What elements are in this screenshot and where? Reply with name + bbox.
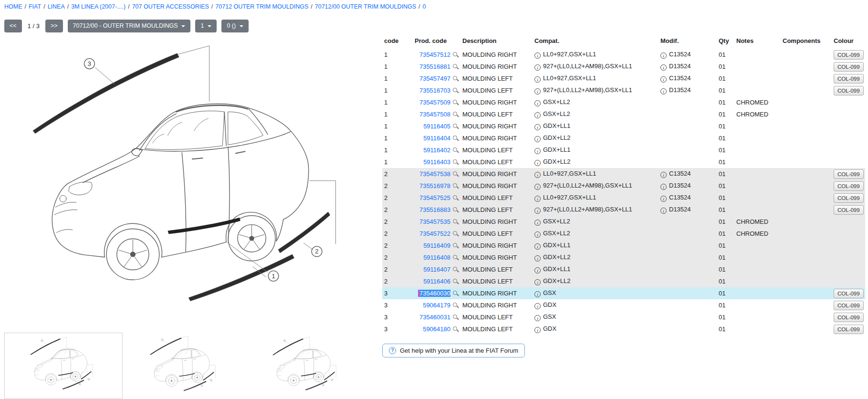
info-icon[interactable]: i (534, 124, 541, 130)
colour-button[interactable]: COL-099 (834, 86, 864, 95)
prod-code-link[interactable]: 735457512 (419, 51, 450, 58)
prod-code-link[interactable]: 59116408 (423, 254, 450, 261)
table-row[interactable]: 1735457508MOULDING LEFTiGSX+LL201CHROMED (382, 108, 865, 120)
prod-code-link[interactable]: 735457522 (419, 230, 450, 237)
info-icon[interactable]: i (534, 243, 541, 250)
search-icon[interactable] (452, 135, 459, 141)
info-icon[interactable]: i (534, 196, 541, 202)
info-icon[interactable]: i (534, 208, 541, 214)
table-row[interactable]: 1735516703MOULDING LEFTi927+(LL0,LL2+AM9… (382, 84, 865, 96)
colour-button[interactable]: COL-099 (834, 193, 864, 203)
prod-code-link[interactable]: 735457497 (419, 75, 450, 82)
search-icon[interactable] (452, 99, 459, 105)
prod-code-link[interactable]: 59116409 (423, 242, 450, 249)
prod-code-link[interactable]: 735516703 (419, 87, 450, 94)
table-row[interactable]: 159116405MOULDING RIGHTiGDX+LL101 (382, 120, 865, 132)
search-icon[interactable] (452, 111, 459, 117)
search-icon[interactable] (452, 278, 459, 284)
table-row[interactable]: 2735516978MOULDING RIGHTi927+(LL0,LL2+AM… (382, 180, 865, 192)
info-icon[interactable]: i (660, 52, 667, 59)
search-icon[interactable] (452, 207, 459, 213)
info-icon[interactable]: i (534, 220, 541, 226)
info-icon[interactable]: i (534, 64, 541, 71)
table-row[interactable]: 3735460030MOULDING RIGHTiGSX01COL-099 (382, 287, 865, 299)
thumbnail-page-3[interactable] (270, 336, 342, 397)
table-row[interactable]: 2735457525MOULDING LEFTiLL0+927,GSX+LL1i… (382, 192, 865, 204)
prod-code-link[interactable]: 735457538 (419, 170, 450, 178)
table-row[interactable]: 259116409MOULDING RIGHTiGDX+LL101 (382, 240, 865, 252)
prod-code-link[interactable]: 59116406 (423, 278, 450, 285)
breadcrumb-item[interactable]: 0 (423, 3, 426, 10)
table-row[interactable]: 159116404MOULDING RIGHTiGDX+LL201 (382, 132, 865, 144)
colour-button[interactable]: COL-099 (834, 74, 864, 84)
search-icon[interactable] (452, 87, 459, 94)
forum-help-button[interactable]: ? Get help with your Linea at the FIAT F… (382, 344, 525, 357)
search-icon[interactable] (452, 242, 459, 249)
thumbnail-page-2[interactable] (144, 335, 224, 398)
info-icon[interactable]: i (660, 76, 667, 83)
colour-button[interactable]: COL-099 (834, 313, 864, 322)
info-icon[interactable]: i (534, 303, 541, 309)
table-row[interactable]: 2735457522MOULDING LEFTiGSX+LL201CHROMED (382, 228, 865, 240)
colour-button[interactable]: COL-099 (834, 169, 864, 179)
prod-code-link[interactable]: 59116405 (423, 123, 450, 130)
breadcrumb-item[interactable]: 70712/00 OUTER TRIM MOULDINGS (315, 3, 416, 10)
prod-code-link[interactable]: 735460030 (419, 290, 450, 297)
prod-code-link[interactable]: 59116403 (423, 158, 450, 166)
info-icon[interactable]: i (534, 315, 541, 321)
info-icon[interactable]: i (660, 88, 667, 94)
breadcrumb-item[interactable]: FIAT (29, 3, 41, 10)
search-icon[interactable] (452, 75, 459, 82)
info-icon[interactable]: i (534, 267, 541, 273)
table-row[interactable]: 1735457512MOULDING RIGHTiLL0+927,GSX+LL1… (382, 49, 865, 61)
search-icon[interactable] (452, 314, 459, 320)
drawing-dropdown[interactable]: 70712/00 - OUTER TRIM MOULDINGS (68, 20, 191, 32)
search-icon[interactable] (452, 290, 459, 296)
info-icon[interactable]: i (660, 172, 667, 178)
table-row[interactable]: 259116407MOULDING LEFTiGDX+LL101 (382, 263, 865, 275)
table-row[interactable]: 159116402MOULDING LEFTiGDX+LL101 (382, 144, 865, 156)
info-icon[interactable]: i (534, 100, 541, 106)
table-row[interactable]: 1735516881MOULDING RIGHTi927+(LL0,LL2+AM… (382, 61, 865, 73)
info-icon[interactable]: i (534, 76, 541, 83)
prod-code-link[interactable]: 735460031 (419, 314, 450, 321)
info-icon[interactable]: i (660, 64, 667, 71)
prod-code-link[interactable]: 59064179 (423, 302, 450, 309)
info-icon[interactable]: i (534, 136, 541, 142)
search-icon[interactable] (452, 159, 459, 165)
prod-code-link[interactable]: 59116402 (423, 147, 450, 154)
breadcrumb-item[interactable]: 3M LINEA (2007-....) (71, 3, 125, 10)
misc-dropdown[interactable]: 0 () (221, 20, 249, 32)
info-icon[interactable]: i (534, 291, 541, 297)
colour-button[interactable]: COL-099 (834, 289, 864, 298)
search-icon[interactable] (452, 254, 459, 261)
search-icon[interactable] (452, 63, 459, 70)
search-icon[interactable] (452, 219, 459, 225)
table-row[interactable]: 259116408MOULDING RIGHTiGDX+LL201 (382, 252, 865, 263)
table-row[interactable]: 2735457535MOULDING RIGHTiGSX+LL201CHROME… (382, 216, 865, 228)
breadcrumb-item[interactable]: 70712 OUTER TRIM MOULDINGS (215, 3, 308, 10)
info-icon[interactable]: i (534, 88, 541, 94)
prod-code-link[interactable]: 735457508 (419, 111, 450, 118)
table-row[interactable]: 2735516883MOULDING LEFTi927+(LL0,LL2+AM9… (382, 204, 865, 216)
table-row[interactable]: 2735457538MOULDING RIGHTiLL0+927,GSX+LL1… (382, 168, 865, 180)
search-icon[interactable] (452, 231, 459, 237)
colour-button[interactable]: COL-099 (834, 62, 864, 72)
search-icon[interactable] (452, 195, 459, 201)
search-icon[interactable] (452, 302, 459, 308)
table-row[interactable]: 1735457497MOULDING LEFTiLL0+927,GSX+LL1i… (382, 73, 865, 84)
info-icon[interactable]: i (660, 208, 667, 214)
search-icon[interactable] (452, 326, 459, 332)
prod-code-link[interactable]: 735516881 (419, 63, 450, 70)
colour-button[interactable]: COL-099 (834, 205, 864, 215)
prod-code-link[interactable]: 735516883 (419, 206, 450, 213)
info-icon[interactable]: i (534, 327, 541, 333)
prod-code-link[interactable]: 59116404 (423, 135, 450, 142)
info-icon[interactable]: i (534, 172, 541, 178)
page-number-dropdown[interactable]: 1 (195, 20, 217, 32)
table-row[interactable]: 159116403MOULDING LEFTiGDX+LL201 (382, 156, 865, 168)
prod-code-link[interactable]: 735457535 (419, 218, 450, 225)
info-icon[interactable]: i (660, 196, 667, 202)
search-icon[interactable] (452, 171, 459, 177)
search-icon[interactable] (452, 266, 459, 273)
